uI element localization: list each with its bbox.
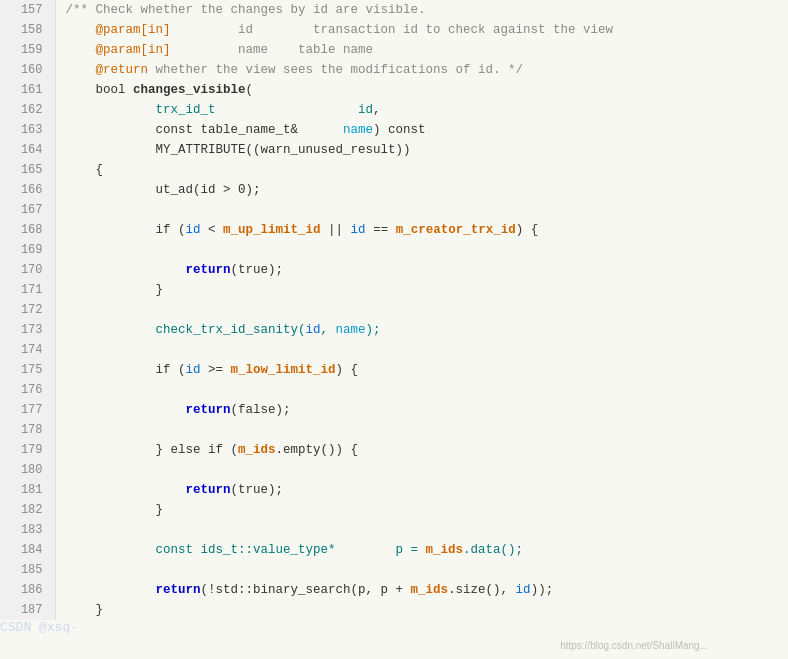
table-row: 160 @return whether the view sees the mo… bbox=[0, 60, 788, 80]
table-row: 181 return(true); bbox=[0, 480, 788, 500]
line-number: 187 bbox=[0, 600, 55, 620]
line-number: 172 bbox=[0, 300, 55, 320]
table-row: 179 } else if (m_ids.empty()) { bbox=[0, 440, 788, 460]
line-number: 159 bbox=[0, 40, 55, 60]
code-content: return(!std::binary_search(p, p + m_ids.… bbox=[55, 580, 788, 600]
code-editor: 157/** Check whether the changes by id a… bbox=[0, 0, 788, 659]
code-content: { bbox=[55, 160, 788, 180]
watermark2: https://blog.csdn.net/ShallMang... bbox=[560, 640, 708, 651]
code-content bbox=[55, 200, 788, 220]
line-number: 157 bbox=[0, 0, 55, 20]
code-content: @param[in] name table name bbox=[55, 40, 788, 60]
line-number: 177 bbox=[0, 400, 55, 420]
line-number: 168 bbox=[0, 220, 55, 240]
line-number: 161 bbox=[0, 80, 55, 100]
line-number: 160 bbox=[0, 60, 55, 80]
table-row: 161 bool changes_visible( bbox=[0, 80, 788, 100]
code-content: const table_name_t& name) const bbox=[55, 120, 788, 140]
code-content: trx_id_t id, bbox=[55, 100, 788, 120]
table-row: 159 @param[in] name table name bbox=[0, 40, 788, 60]
code-content: @param[in] id transaction id to check ag… bbox=[55, 20, 788, 40]
table-row: 163 const table_name_t& name) const bbox=[0, 120, 788, 140]
table-row: 157/** Check whether the changes by id a… bbox=[0, 0, 788, 20]
code-content: const ids_t::value_type* p = m_ids.data(… bbox=[55, 540, 788, 560]
line-number: 174 bbox=[0, 340, 55, 360]
code-content bbox=[55, 340, 788, 360]
line-number: 176 bbox=[0, 380, 55, 400]
code-table: 157/** Check whether the changes by id a… bbox=[0, 0, 788, 620]
line-number: 179 bbox=[0, 440, 55, 460]
line-number: 162 bbox=[0, 100, 55, 120]
line-number: 163 bbox=[0, 120, 55, 140]
code-content: check_trx_id_sanity(id, name); bbox=[55, 320, 788, 340]
table-row: 187 } bbox=[0, 600, 788, 620]
table-row: 180 bbox=[0, 460, 788, 480]
line-number: 166 bbox=[0, 180, 55, 200]
watermark: CSDN @xsq- bbox=[0, 620, 788, 635]
table-row: 164 MY_ATTRIBUTE((warn_unused_result)) bbox=[0, 140, 788, 160]
line-number: 175 bbox=[0, 360, 55, 380]
code-content: if (id >= m_low_limit_id) { bbox=[55, 360, 788, 380]
code-content bbox=[55, 520, 788, 540]
code-content: } else if (m_ids.empty()) { bbox=[55, 440, 788, 460]
table-row: 170 return(true); bbox=[0, 260, 788, 280]
line-number: 165 bbox=[0, 160, 55, 180]
line-number: 180 bbox=[0, 460, 55, 480]
line-number: 182 bbox=[0, 500, 55, 520]
table-row: 182 } bbox=[0, 500, 788, 520]
table-row: 172 bbox=[0, 300, 788, 320]
table-row: 183 bbox=[0, 520, 788, 540]
table-row: 176 bbox=[0, 380, 788, 400]
line-number: 184 bbox=[0, 540, 55, 560]
code-content bbox=[55, 420, 788, 440]
line-number: 178 bbox=[0, 420, 55, 440]
code-content: @return whether the view sees the modifi… bbox=[55, 60, 788, 80]
code-content: } bbox=[55, 280, 788, 300]
table-row: 173 check_trx_id_sanity(id, name); bbox=[0, 320, 788, 340]
line-number: 167 bbox=[0, 200, 55, 220]
code-content: if (id < m_up_limit_id || id == m_creato… bbox=[55, 220, 788, 240]
table-row: 184 const ids_t::value_type* p = m_ids.d… bbox=[0, 540, 788, 560]
code-content: return(true); bbox=[55, 260, 788, 280]
code-content: } bbox=[55, 600, 788, 620]
table-row: 168 if (id < m_up_limit_id || id == m_cr… bbox=[0, 220, 788, 240]
line-number: 170 bbox=[0, 260, 55, 280]
table-row: 169 bbox=[0, 240, 788, 260]
table-row: 167 bbox=[0, 200, 788, 220]
line-number: 173 bbox=[0, 320, 55, 340]
line-number: 183 bbox=[0, 520, 55, 540]
table-row: 166 ut_ad(id > 0); bbox=[0, 180, 788, 200]
line-number: 186 bbox=[0, 580, 55, 600]
table-row: 175 if (id >= m_low_limit_id) { bbox=[0, 360, 788, 380]
line-number: 169 bbox=[0, 240, 55, 260]
table-row: 178 bbox=[0, 420, 788, 440]
line-number: 185 bbox=[0, 560, 55, 580]
code-content: } bbox=[55, 500, 788, 520]
line-number: 181 bbox=[0, 480, 55, 500]
code-content: ut_ad(id > 0); bbox=[55, 180, 788, 200]
code-content: return(false); bbox=[55, 400, 788, 420]
code-content: /** Check whether the changes by id are … bbox=[55, 0, 788, 20]
table-row: 186 return(!std::binary_search(p, p + m_… bbox=[0, 580, 788, 600]
code-content: bool changes_visible( bbox=[55, 80, 788, 100]
code-content bbox=[55, 460, 788, 480]
table-row: 165 { bbox=[0, 160, 788, 180]
table-row: 185 bbox=[0, 560, 788, 580]
table-row: 162 trx_id_t id, bbox=[0, 100, 788, 120]
code-content: return(true); bbox=[55, 480, 788, 500]
code-content: MY_ATTRIBUTE((warn_unused_result)) bbox=[55, 140, 788, 160]
table-row: 171 } bbox=[0, 280, 788, 300]
code-content bbox=[55, 300, 788, 320]
line-number: 171 bbox=[0, 280, 55, 300]
line-number: 164 bbox=[0, 140, 55, 160]
table-row: 158 @param[in] id transaction id to chec… bbox=[0, 20, 788, 40]
code-content bbox=[55, 560, 788, 580]
code-content bbox=[55, 380, 788, 400]
table-row: 174 bbox=[0, 340, 788, 360]
code-content bbox=[55, 240, 788, 260]
line-number: 158 bbox=[0, 20, 55, 40]
table-row: 177 return(false); bbox=[0, 400, 788, 420]
